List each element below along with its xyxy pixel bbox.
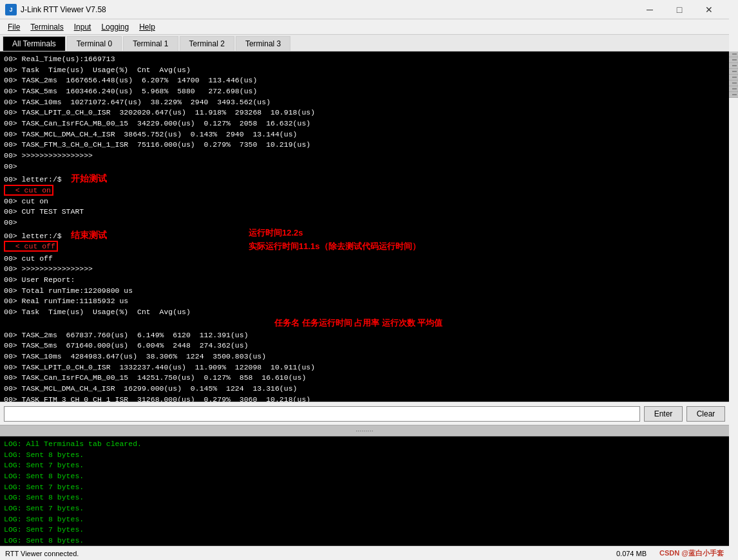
tab-all-terminals[interactable]: All Terminals xyxy=(3,36,66,51)
sidebar-letter-3[interactable]: l xyxy=(729,69,738,75)
terminal-line: 00> TASK_2ms 667837.760(us) 6.149% 6120 … xyxy=(4,330,725,341)
menu-terminals[interactable]: Terminals xyxy=(25,21,68,33)
sidebar-letter-5[interactable]: l xyxy=(729,80,738,86)
brand-text: CSDN @蓝白小手套 xyxy=(659,548,724,558)
connection-status: RTT Viewer connected. xyxy=(5,550,616,557)
sidebar-letter-2[interactable]: l xyxy=(729,63,738,69)
main-area: 00> Real_Time(us):166971300> Task Time(u… xyxy=(0,51,729,546)
minimize-button[interactable]: ─ xyxy=(635,0,665,19)
terminal-line: 00> Real runTime:11185932 us xyxy=(4,296,725,307)
terminal-line: 00> User Report: xyxy=(4,275,725,286)
sidebar-letter-6[interactable]: l xyxy=(729,86,738,92)
terminal-line: 00> cut off xyxy=(4,254,725,265)
log-line: LOG: Sent 7 bytes. xyxy=(4,525,725,536)
app-icon: J xyxy=(5,4,17,15)
command-input[interactable] xyxy=(4,406,640,422)
menu-file[interactable]: File xyxy=(3,21,25,33)
upper-terminal[interactable]: 00> Real_Time(us):166971300> Task Time(u… xyxy=(0,51,729,402)
terminal-line: 00> TASK_Can_IsrFCA_MB_00_15 34229.000(u… xyxy=(4,118,725,129)
terminal-line: 00> TASK_FTM_3_CH_0_CH_1_ISR 75116.000(u… xyxy=(4,140,725,151)
tabbar: All Terminals Terminal 0 Terminal 1 Term… xyxy=(0,35,729,51)
separator-dots: ········· xyxy=(355,427,374,434)
terminal-line: 00> TASK_10ms 4284983.647(us) 38.306% 12… xyxy=(4,351,725,362)
terminal-lines: 00> Real_Time(us):166971300> Task Time(u… xyxy=(4,54,725,402)
log-line: LOG: Sent 8 bytes. xyxy=(4,514,725,525)
enter-button[interactable]: Enter xyxy=(644,406,683,422)
input-area: Enter Clear xyxy=(0,402,729,425)
terminal-line: 00> letter:/$ 开始测试 xyxy=(4,172,725,185)
tab-terminal-1[interactable]: Terminal 1 xyxy=(123,36,178,51)
log-lines: LOG: All Terminals tab cleared.LOG: Sent… xyxy=(4,439,725,546)
lower-terminal[interactable]: LOG: All Terminals tab cleared.LOG: Sent… xyxy=(0,436,729,546)
terminal-line: 00> TASK_MCL_DMA_CH_4_ISR 16299.000(us) … xyxy=(4,384,725,395)
log-line: LOG: Sent 8 bytes. xyxy=(4,450,725,461)
terminal-line: 00> CUT TEST START xyxy=(4,207,725,218)
terminal-line: 00> TASK_LPIT_0_CH_0_ISR 3202020.647(us)… xyxy=(4,107,725,118)
terminal-line: 00> Real_Time(us):1669713 xyxy=(4,54,725,65)
clear-button[interactable]: Clear xyxy=(686,406,725,422)
terminal-line: 00> >>>>>>>>>>>>>>>> xyxy=(4,264,725,275)
terminal-line: 00> TASK_Can_IsrFCA_MB_00_15 14251.750(u… xyxy=(4,373,725,384)
tab-terminal-0[interactable]: Terminal 0 xyxy=(67,36,122,51)
menubar: File Terminals Input Logging Help xyxy=(0,19,729,35)
terminal-line: 00> TASK_5ms 671640.000(us) 6.004% 2448 … xyxy=(4,341,725,351)
right-sidebar: l l l l l l l l xyxy=(729,51,738,98)
terminal-line: 00> TASK_10ms 10271072.647(us) 38.229% 2… xyxy=(4,97,725,108)
terminal-line: 00> Task Time(us) Usage(%) Cnt Avg(us) xyxy=(4,65,725,76)
tab-terminal-3[interactable]: Terminal 3 xyxy=(236,36,290,51)
close-button[interactable]: ✕ xyxy=(694,0,724,19)
log-line: LOG: Sent 8 bytes. xyxy=(4,471,725,482)
sidebar-letter-7[interactable]: l xyxy=(729,92,738,98)
separator[interactable]: ········· xyxy=(0,425,729,436)
memory-info: 0.074 MB xyxy=(616,550,647,557)
log-line: LOG: Sent 7 bytes. xyxy=(4,460,725,471)
terminal-line: 00> TASK_2ms 1667656.448(us) 6.207% 1470… xyxy=(4,75,725,86)
menu-help[interactable]: Help xyxy=(134,21,160,33)
log-line: LOG: Sent 7 bytes. xyxy=(4,482,725,493)
terminal-line: 00> >>>>>>>>>>>>>>>> xyxy=(4,151,725,162)
app-window: J J-Link RTT Viewer V7.58 ─ □ ✕ File Ter… xyxy=(0,0,738,560)
terminal-line: 00> TASK_MCL_DMA_CH_4_ISR 38645.752(us) … xyxy=(4,129,725,140)
tab-terminal-2[interactable]: Terminal 2 xyxy=(180,36,234,51)
terminal-line: 00> cut on xyxy=(4,196,725,207)
sidebar-letter-4[interactable]: l xyxy=(729,75,738,80)
terminal-line: 00> xyxy=(4,218,725,229)
window-controls: ─ □ ✕ xyxy=(635,0,724,19)
log-line: LOG: Sent 8 bytes. xyxy=(4,536,725,546)
titlebar: J J-Link RTT Viewer V7.58 ─ □ ✕ xyxy=(0,0,729,19)
terminal-line: 00> TASK_5ms 1603466.240(us) 5.968% 5880… xyxy=(4,86,725,97)
terminal-line: < cut on xyxy=(4,185,725,196)
terminal-line: 00> xyxy=(4,162,725,173)
terminal-line: 00> Task Time(us) Usage(%) Cnt Avg(us) xyxy=(4,307,725,318)
sidebar-letter-0[interactable]: l xyxy=(729,51,738,57)
sidebar-letter-1[interactable]: l xyxy=(729,57,738,63)
window-title: J-Link RTT Viewer V7.58 xyxy=(21,5,635,14)
terminal-line: 00> TASK_LPIT_0_CH_0_ISR 1332237.440(us)… xyxy=(4,362,725,373)
terminal-line: 00> letter:/$ 结束测试 xyxy=(4,229,725,242)
maximize-button[interactable]: □ xyxy=(665,0,694,19)
terminal-content: 00> Real_Time(us):166971300> Task Time(u… xyxy=(0,51,729,402)
log-line: LOG: Sent 7 bytes. xyxy=(4,503,725,514)
menu-input[interactable]: Input xyxy=(69,21,97,33)
log-line: LOG: Sent 8 bytes. xyxy=(4,492,725,503)
terminal-line: 00> Total runTime:12209800 us xyxy=(4,286,725,297)
statusbar: RTT Viewer connected. 0.074 MB CSDN @蓝白小… xyxy=(0,546,729,560)
terminal-line: 00> TASK_FTM_3_CH_0_CH_1_ISR 31268.000(u… xyxy=(4,395,725,402)
log-line: LOG: All Terminals tab cleared. xyxy=(4,439,725,450)
terminal-line: < cut off xyxy=(4,241,725,252)
annotation-task-header: 任务名 任务运行时间 占用率 运行次数 平均值 xyxy=(274,317,725,330)
menu-logging[interactable]: Logging xyxy=(96,21,134,33)
